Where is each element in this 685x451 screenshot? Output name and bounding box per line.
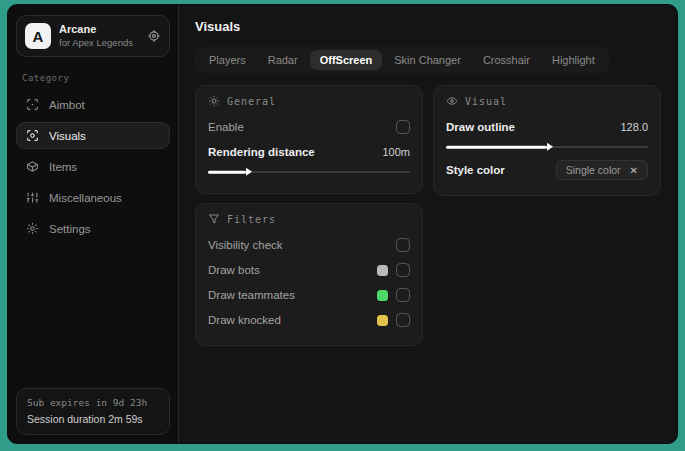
rendering-distance-value: 100m — [382, 146, 410, 158]
draw-knocked-row: Draw knocked — [208, 309, 410, 331]
sidebar-item-visuals[interactable]: Visuals — [16, 122, 170, 149]
sun-icon — [208, 95, 220, 107]
sidebar-item-label: Items — [49, 161, 77, 173]
aimbot-icon — [26, 98, 39, 111]
draw-knocked-label: Draw knocked — [208, 314, 281, 326]
tab-radar[interactable]: Radar — [258, 50, 308, 70]
general-section: General Enable Rendering distance 100m — [195, 85, 423, 194]
slider-fill — [208, 171, 246, 174]
visibility-check-checkbox[interactable] — [396, 238, 410, 252]
gear-icon — [26, 222, 39, 235]
tab-crosshair[interactable]: Crosshair — [473, 50, 540, 70]
app-title-block: Arcane for Apex Legends — [59, 23, 139, 49]
enable-label: Enable — [208, 121, 244, 133]
package-icon — [26, 160, 39, 173]
sidebar: A Arcane for Apex Legends Category Aimbo — [8, 5, 179, 443]
filters-section: Filters Visibility check Draw bots — [195, 203, 423, 346]
visuals-tabbar: Players Radar OffScreen Skin Changer Cro… — [195, 47, 609, 73]
sub-expires-text: Sub expires in 9d 23h — [27, 396, 159, 411]
draw-outline-value: 128.0 — [620, 121, 648, 133]
draw-bots-row: Draw bots — [208, 259, 410, 281]
clear-icon[interactable]: ✕ — [630, 165, 638, 176]
general-section-header: General — [208, 95, 410, 107]
eye-icon — [446, 95, 458, 107]
tab-players[interactable]: Players — [199, 50, 256, 70]
page-title: Visuals — [195, 19, 661, 34]
sidebar-item-items[interactable]: Items — [16, 153, 170, 180]
app-subtitle: for Apex Legends — [59, 37, 139, 49]
filter-icon — [208, 213, 220, 225]
draw-bots-label: Draw bots — [208, 264, 260, 276]
draw-teammates-row: Draw teammates — [208, 284, 410, 306]
visuals-icon — [26, 129, 39, 142]
slider-thumb[interactable] — [246, 168, 252, 176]
category-label: Category — [22, 73, 164, 83]
draw-bots-color-swatch[interactable] — [377, 265, 388, 276]
target-icon[interactable] — [147, 29, 161, 43]
main-panel: Visuals Players Radar OffScreen Skin Cha… — [179, 5, 677, 443]
visibility-check-label: Visibility check — [208, 239, 283, 251]
app-logo-card: A Arcane for Apex Legends — [16, 15, 170, 57]
tab-offscreen[interactable]: OffScreen — [310, 50, 383, 70]
rendering-distance-label: Rendering distance — [208, 146, 315, 158]
style-color-label: Style color — [446, 164, 505, 176]
rendering-distance-row: Rendering distance 100m — [208, 141, 410, 163]
visual-section-header: Visual — [446, 95, 648, 107]
style-color-select[interactable]: Single color ✕ — [556, 160, 648, 180]
app-name: Arcane — [59, 23, 139, 37]
sidebar-item-miscellaneous[interactable]: Miscellaneous — [16, 184, 170, 211]
tab-skin-changer[interactable]: Skin Changer — [384, 50, 471, 70]
draw-teammates-label: Draw teammates — [208, 289, 295, 301]
section-title: Filters — [227, 214, 276, 225]
enable-row: Enable — [208, 116, 410, 138]
draw-bots-checkbox[interactable] — [396, 263, 410, 277]
draw-teammates-color-swatch[interactable] — [377, 290, 388, 301]
sidebar-item-aimbot[interactable]: Aimbot — [16, 91, 170, 118]
filters-section-header: Filters — [208, 213, 410, 225]
session-duration-text: Session duration 2m 59s — [27, 411, 159, 427]
sidebar-item-label: Settings — [49, 223, 91, 235]
visibility-check-row: Visibility check — [208, 234, 410, 256]
visual-section: Visual Draw outline 128.0 Style color — [433, 85, 661, 196]
enable-checkbox[interactable] — [396, 120, 410, 134]
draw-teammates-checkbox[interactable] — [396, 288, 410, 302]
draw-outline-row: Draw outline 128.0 — [446, 116, 648, 138]
draw-knocked-checkbox[interactable] — [396, 313, 410, 327]
sidebar-item-label: Visuals — [49, 130, 86, 142]
style-color-selected-value: Single color — [566, 164, 621, 176]
sidebar-item-label: Aimbot — [49, 99, 85, 111]
app-logo: A — [25, 23, 51, 49]
subscription-info-card: Sub expires in 9d 23h Session duration 2… — [16, 388, 170, 435]
slider-thumb[interactable] — [547, 143, 553, 151]
section-title: General — [227, 96, 276, 107]
slider-fill — [446, 146, 547, 149]
section-title: Visual — [465, 96, 507, 107]
draw-outline-label: Draw outline — [446, 121, 515, 133]
style-color-row: Style color Single color ✕ — [446, 159, 648, 181]
rendering-distance-slider[interactable] — [208, 166, 410, 178]
tab-highlight[interactable]: Highlight — [542, 50, 605, 70]
sidebar-item-label: Miscellaneous — [49, 192, 122, 204]
app-window: A Arcane for Apex Legends Category Aimbo — [7, 4, 678, 444]
sliders-icon — [26, 191, 39, 204]
draw-knocked-color-swatch[interactable] — [377, 315, 388, 326]
draw-outline-slider[interactable] — [446, 141, 648, 153]
sidebar-item-settings[interactable]: Settings — [16, 215, 170, 242]
